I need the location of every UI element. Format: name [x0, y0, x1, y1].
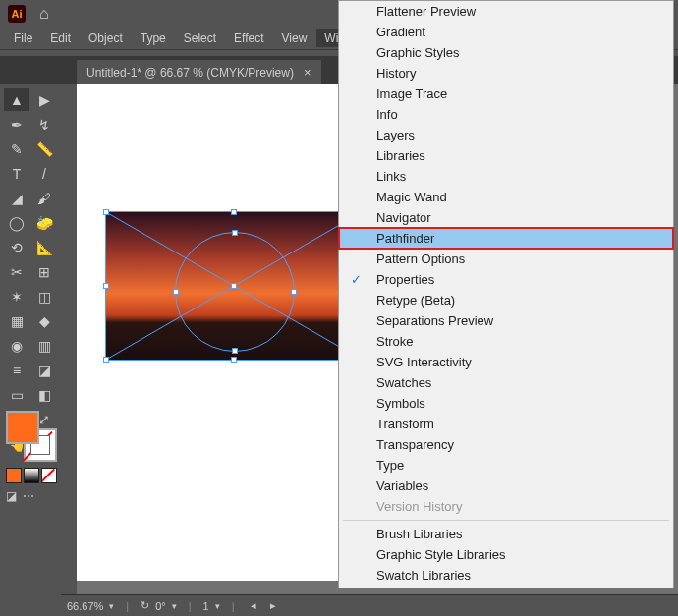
document-tab[interactable]: Untitled-1* @ 66.67 % (CMYK/Preview) × [77, 60, 321, 84]
ellipse-path[interactable] [175, 232, 295, 352]
zoom-level[interactable]: 66.67% [67, 600, 103, 612]
menu-item-label: Symbols [376, 396, 425, 411]
tool-0[interactable]: ▲ [4, 88, 29, 111]
menu-item-type[interactable]: Type [339, 455, 673, 476]
menu-effect[interactable]: Effect [226, 29, 271, 47]
menu-select[interactable]: Select [176, 29, 224, 47]
menu-item-brush-libraries[interactable]: Brush Libraries [339, 524, 673, 544]
menu-item-graphic-styles[interactable]: Graphic Styles [339, 42, 673, 63]
artboard-prev-icon[interactable]: ◂ [247, 599, 260, 612]
tool-4[interactable]: ✎ [4, 138, 29, 160]
tool-13[interactable]: 📐 [31, 236, 57, 258]
tool-21[interactable]: ▥ [31, 334, 57, 357]
tool-10[interactable]: ◯ [4, 211, 29, 234]
menu-item-variables[interactable]: Variables [339, 476, 673, 496]
menu-item-links[interactable]: Links [339, 166, 673, 187]
tool-23[interactable]: ◪ [31, 359, 57, 381]
menu-item-symbols[interactable]: Symbols [339, 393, 673, 414]
fill-swatch[interactable] [6, 411, 39, 444]
swatch-none[interactable] [41, 468, 57, 483]
menu-item-separations-preview[interactable]: Separations Preview [339, 310, 673, 331]
menu-item-pattern-options[interactable]: Pattern Options [339, 249, 673, 269]
menu-item-libraries[interactable]: Libraries [339, 145, 673, 166]
chevron-down-icon[interactable]: ▾ [109, 601, 114, 611]
menu-item-label: Version History [376, 499, 462, 514]
menu-item-label: Graphic Styles [376, 45, 460, 60]
menu-item-flattener-preview[interactable]: Flattener Preview [339, 1, 673, 22]
menu-item-swatches[interactable]: Swatches [339, 372, 673, 393]
menu-item-swatch-libraries[interactable]: Swatch Libraries [339, 565, 673, 586]
menu-item-history[interactable]: History [339, 63, 673, 84]
tool-12[interactable]: ⟲ [4, 236, 29, 258]
menu-item-graphic-style-libraries[interactable]: Graphic Style Libraries [339, 544, 673, 565]
menu-item-svg-interactivity[interactable]: SVG Interactivity [339, 352, 673, 372]
menu-view[interactable]: View [274, 29, 315, 47]
menu-object[interactable]: Object [81, 29, 131, 47]
tool-9[interactable]: 🖌 [31, 187, 57, 209]
menu-item-label: Info [376, 107, 398, 122]
close-icon[interactable]: × [304, 65, 311, 80]
swatch-color[interactable] [6, 468, 22, 483]
menu-item-navigator[interactable]: Navigator [339, 207, 673, 228]
menu-item-transparency[interactable]: Transparency [339, 434, 673, 455]
home-icon[interactable]: ⌂ [39, 5, 49, 23]
tool-24[interactable]: ▭ [4, 383, 29, 406]
tool-14[interactable]: ✂ [4, 260, 29, 283]
tool-16[interactable]: ✶ [4, 285, 29, 308]
tool-3[interactable]: ↯ [31, 113, 57, 136]
screen-mode-icons[interactable]: ◪ ⋯ [6, 489, 34, 503]
menu-file[interactable]: File [6, 29, 40, 47]
artboard-number[interactable]: 1 [203, 600, 209, 612]
menu-item-image-trace[interactable]: Image Trace [339, 84, 673, 104]
menu-item-gradient[interactable]: Gradient [339, 22, 673, 42]
tool-7[interactable]: / [31, 162, 57, 185]
menu-item-pathfinder[interactable]: Pathfinder [339, 228, 673, 249]
menu-item-label: Layers [376, 128, 415, 142]
swatch-gradient[interactable] [24, 468, 39, 483]
chevron-down-icon[interactable]: ▾ [215, 601, 220, 611]
tool-8[interactable]: ◢ [4, 187, 29, 209]
menu-item-stroke[interactable]: Stroke [339, 331, 673, 352]
chevron-down-icon[interactable]: ▾ [172, 601, 177, 611]
menu-item-label: Flattener Preview [376, 4, 476, 19]
tool-2[interactable]: ✒ [4, 113, 29, 136]
menu-item-properties[interactable]: ✓Properties [339, 269, 673, 290]
menu-item-layers[interactable]: Layers [339, 125, 673, 145]
menu-item-label: Transparency [376, 437, 454, 452]
menu-item-info[interactable]: Info [339, 104, 673, 125]
three-dots-icon[interactable]: ⋯ [23, 489, 34, 503]
menu-item-transform[interactable]: Transform [339, 414, 673, 434]
tool-11[interactable]: 🧽 [31, 211, 57, 234]
menu-item-label: History [376, 66, 416, 81]
menu-item-label: Navigator [376, 210, 431, 225]
artboard-next-icon[interactable]: ▸ [266, 599, 280, 612]
tool-1[interactable]: ▶ [31, 88, 57, 111]
menu-item-label: Type [376, 458, 404, 473]
tool-19[interactable]: ◆ [31, 309, 57, 332]
menu-item-version-history: Version History [339, 496, 673, 517]
menu-item-label: Image Trace [376, 86, 447, 101]
tool-15[interactable]: ⊞ [31, 260, 57, 283]
menu-edit[interactable]: Edit [42, 29, 79, 47]
tool-17[interactable]: ◫ [31, 285, 57, 308]
tool-25[interactable]: ◧ [31, 383, 57, 406]
tool-22[interactable]: ≡ [4, 359, 29, 381]
menu-item-label: Links [376, 169, 406, 184]
color-well[interactable] [6, 411, 57, 462]
menu-item-magic-wand[interactable]: Magic Wand [339, 187, 673, 207]
menu-type[interactable]: Type [133, 29, 174, 47]
mini-swatches [6, 468, 57, 483]
tool-20[interactable]: ◉ [4, 334, 29, 357]
tool-18[interactable]: ▦ [4, 309, 29, 332]
tool-6[interactable]: T [4, 162, 29, 185]
menu-item-label: Magic Wand [376, 190, 447, 204]
menu-item-label: Gradient [376, 25, 425, 39]
draw-mode-icon[interactable]: ◪ [6, 489, 17, 503]
menu-item-label: SVG Interactivity [376, 355, 472, 369]
menu-item-label: Transform [376, 417, 434, 431]
rotation-value[interactable]: 0° [155, 600, 166, 612]
menu-item-retype-beta-[interactable]: Retype (Beta) [339, 290, 673, 310]
tool-5[interactable]: 📏 [31, 138, 57, 160]
tools-panel: ▲▶✒↯✎📏T/◢🖌◯🧽⟲📐✂⊞✶◫▦◆◉▥≡◪▭◧✢⤢👆🔍 [0, 84, 61, 459]
menu-item-label: Stroke [376, 334, 414, 349]
